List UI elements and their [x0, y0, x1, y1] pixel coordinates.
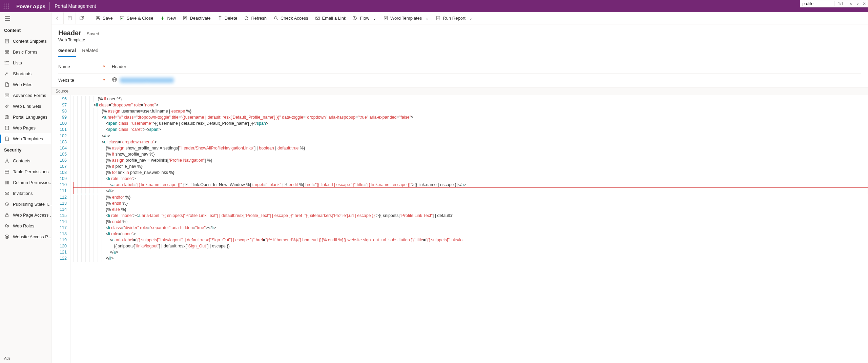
list-icon	[4, 60, 9, 65]
sidebar-item-label: Table Permissions	[13, 169, 49, 174]
save-close-button[interactable]: Save & Close	[116, 12, 157, 24]
svg-point-0	[4, 4, 5, 5]
sidebar-item-portal-languages[interactable]: Portal Languages	[0, 112, 51, 122]
sidebar-item-label: Lists	[13, 60, 22, 65]
svg-point-7	[6, 8, 7, 9]
page-subtitle: Web Template	[58, 37, 861, 42]
app-title[interactable]: Power Apps	[12, 3, 49, 9]
delete-label: Delete	[225, 16, 237, 21]
tab-related[interactable]: Related	[82, 48, 98, 57]
page-header: Header - Saved Web Template	[51, 24, 868, 44]
required-icon: *	[103, 64, 109, 69]
role-icon	[4, 223, 9, 228]
sidebar-item-column-permissio-[interactable]: Column Permissio...	[0, 177, 51, 188]
sidebar-item-label: Basic Forms	[13, 49, 37, 55]
run-report-button[interactable]: Run Report⌄	[432, 12, 476, 24]
flow-button[interactable]: Flow⌄	[349, 12, 379, 24]
chevron-down-icon: ⌄	[469, 16, 473, 21]
command-bar: Save Save & Close New Deactivate Delete …	[51, 12, 868, 24]
svg-point-8	[8, 8, 9, 9]
shortcut-icon	[4, 71, 9, 76]
save-button[interactable]: Save	[92, 12, 116, 24]
sidebar-item-content-snippets[interactable]: Content Snippets	[0, 36, 51, 46]
globe-icon	[112, 77, 117, 83]
page-icon	[4, 125, 9, 130]
sidebar-item-label: Invitations	[13, 191, 33, 196]
refresh-button[interactable]: Refresh	[241, 12, 270, 24]
deactivate-button[interactable]: Deactivate	[179, 12, 214, 24]
sidebar-item-web-templates[interactable]: Web Templates	[0, 133, 51, 144]
sidebar-item-invitations[interactable]: Invitations	[0, 188, 51, 199]
sidebar-item-label: Content Snippets	[13, 39, 47, 44]
svg-point-1	[6, 4, 7, 5]
tab-general[interactable]: General	[58, 48, 76, 57]
page-title: Header	[58, 29, 81, 37]
delete-button[interactable]: Delete	[214, 12, 241, 24]
sidebar-item-label: Shortcuts	[13, 71, 32, 76]
sidebar-item-label: Web Files	[13, 82, 33, 87]
sidebar-item-web-files[interactable]: Web Files	[0, 79, 51, 90]
column-icon	[4, 180, 9, 185]
svg-rect-31	[5, 126, 8, 129]
sidebar-item-web-roles[interactable]: Web Roles	[0, 220, 51, 231]
sidebar-item-label: Column Permissio...	[13, 180, 51, 185]
sidebar-item-web-page-access-[interactable]: Web Page Access ...	[0, 209, 51, 220]
sidebar-item-publishing-state-t-[interactable]: Publishing State T...	[0, 199, 51, 209]
name-label: Name	[58, 64, 70, 69]
chevron-down-icon: ⌄	[425, 16, 429, 21]
find-prev-icon[interactable]: ∧	[847, 1, 854, 6]
module-title[interactable]: Portal Management	[50, 3, 101, 9]
sidebar-item-shortcuts[interactable]: Shortcuts	[0, 68, 51, 79]
find-input[interactable]	[800, 1, 834, 7]
svg-point-42	[5, 224, 7, 226]
name-value[interactable]: Header	[109, 64, 126, 69]
sidebar-item-web-pages[interactable]: Web Pages	[0, 122, 51, 133]
svg-rect-45	[6, 236, 7, 238]
name-field-row: Name* Header	[58, 60, 861, 74]
svg-point-5	[8, 6, 9, 7]
doc-icon	[4, 38, 9, 44]
code-editor[interactable]: 9697989910010110210310410510610710810911…	[51, 95, 868, 363]
word-templates-label: Word Templates	[390, 16, 422, 21]
source-label: Source	[51, 87, 868, 95]
svg-rect-53	[120, 16, 124, 20]
find-close-icon[interactable]: ✕	[861, 1, 868, 6]
hamburger-icon[interactable]	[0, 12, 51, 24]
find-next-icon[interactable]: ∨	[854, 1, 861, 6]
new-label: New	[167, 16, 176, 21]
app-launcher-icon[interactable]	[0, 0, 12, 12]
back-button[interactable]	[51, 12, 64, 24]
sidebar-item-table-permissions[interactable]: Table Permissions	[0, 166, 51, 177]
form-icon	[4, 49, 9, 55]
svg-rect-38	[7, 181, 8, 184]
check-access-button[interactable]: Check Access	[270, 12, 312, 24]
email-link-button[interactable]: Email a Link	[312, 12, 350, 24]
open-new-window-button[interactable]	[76, 12, 88, 24]
sidebar-footer: Ads	[0, 354, 51, 363]
save-close-label: Save & Close	[127, 16, 153, 21]
sidebar-item-label: Web Pages	[13, 125, 36, 130]
line-gutter: 9697989910010110210310410510610710810911…	[51, 95, 70, 363]
sidebar-item-website-access-p-[interactable]: Website Access P...	[0, 231, 51, 242]
website-value[interactable]: ████████ ████████	[109, 77, 174, 83]
state-icon	[4, 201, 9, 207]
new-button[interactable]: New	[157, 12, 179, 24]
svg-point-59	[274, 17, 277, 19]
form-selector-button[interactable]	[64, 12, 76, 24]
sidebar-item-label: Contacts	[13, 158, 30, 163]
word-templates-button[interactable]: Word Templates⌄	[380, 12, 432, 24]
svg-rect-49	[80, 17, 83, 20]
svg-rect-16	[5, 50, 8, 53]
sidebar-item-advanced-forms[interactable]: Advanced Forms	[0, 90, 51, 101]
sidebar-item-basic-forms[interactable]: Basic Forms	[0, 46, 51, 57]
sidebar-item-label: Portal Languages	[13, 115, 47, 120]
sidebar-item-label: Web Templates	[13, 136, 43, 141]
code-area[interactable]: {% if user %}<li class="dropdown" role="…	[70, 95, 868, 363]
sidebar-item-contacts[interactable]: Contacts	[0, 155, 51, 166]
page-status: - Saved	[84, 31, 99, 36]
svg-point-3	[4, 6, 5, 7]
content: Save Save & Close New Deactivate Delete …	[51, 12, 868, 363]
sidebar-item-web-link-sets[interactable]: Web Link Sets	[0, 101, 51, 112]
file-icon	[4, 82, 9, 87]
sidebar-item-lists[interactable]: Lists	[0, 57, 51, 68]
